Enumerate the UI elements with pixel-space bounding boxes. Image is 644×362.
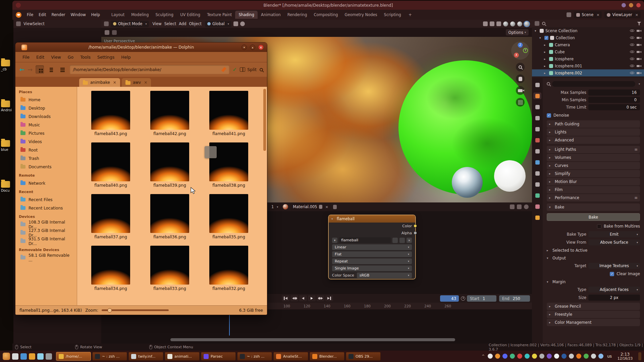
scene-selector[interactable]: Scene × [574, 11, 602, 18]
details-view-button[interactable] [58, 65, 67, 74]
open-image-folder-icon[interactable] [399, 238, 405, 243]
tool-options-icon[interactable] [112, 30, 117, 35]
denoise-checkbox[interactable] [547, 113, 551, 118]
image-browse-icon[interactable]: ▾ [332, 238, 337, 243]
editor-menu-item[interactable]: View [23, 21, 33, 26]
axis-z-handle[interactable]: Z [518, 43, 523, 48]
pin-icon[interactable] [333, 205, 337, 209]
unlink-viewlayer-icon[interactable]: × [635, 13, 638, 17]
panel-section-header[interactable]: ▸ Color Management [547, 319, 640, 326]
snap-node-icon[interactable] [510, 204, 515, 209]
viewport-menu-item[interactable]: Object [188, 21, 203, 26]
enum-dropdown[interactable]: Flat ▾ [332, 251, 412, 257]
editor-type-icon[interactable] [535, 21, 539, 26]
file-item[interactable]: flameball36.png [140, 193, 199, 244]
menubar-item[interactable]: Render [49, 11, 68, 18]
shading-solid-icon[interactable] [510, 21, 515, 26]
back-button[interactable]: ← [19, 66, 24, 73]
enum-dropdown[interactable]: Linear ▾ [332, 244, 412, 250]
window-menu-icon[interactable] [16, 3, 21, 8]
location-bar[interactable]: /home/amalie/Desktop/blender/animbake/ [70, 65, 229, 74]
folder-tab[interactable]: animbake × [79, 78, 120, 87]
enum-dropdown[interactable]: Single Image ▾ [332, 265, 412, 271]
viewport-menu-item[interactable]: Select [163, 21, 177, 26]
properties-tab-icon[interactable] [533, 93, 541, 99]
panel-section-header[interactable]: ▸ Freestyle [547, 311, 640, 318]
maximize-button[interactable] [629, 3, 633, 7]
bake-button[interactable]: Bake [547, 213, 640, 221]
camera-view-icon[interactable] [516, 86, 525, 95]
hide-eye-icon[interactable] [630, 64, 635, 68]
image-name-field[interactable]: flameball [339, 237, 391, 243]
unlink-material-icon[interactable]: × [325, 205, 328, 209]
pan-hand-icon[interactable] [516, 74, 525, 83]
device-item[interactable]: 931.5 GiB Internal Dr... [15, 237, 77, 245]
task-button[interactable]: OBS 29... [346, 352, 381, 361]
disable-render-icon[interactable] [636, 50, 641, 54]
hide-eye-icon[interactable] [630, 57, 635, 61]
task-button[interactable]: twily.inf... [128, 352, 163, 361]
panel-section-header[interactable]: ▸ Performance ≡ [547, 194, 640, 201]
close-tab-icon[interactable]: × [113, 80, 116, 85]
workspace-tab[interactable]: UV Editing [177, 11, 204, 19]
properties-tab-icon[interactable] [533, 104, 541, 110]
file-item[interactable]: flameball33.png [140, 244, 199, 296]
file-item[interactable]: flameball42.png [140, 89, 199, 141]
outliner-row[interactable]: ▸ ✓ Icosphere.001 [532, 62, 644, 69]
unlink-scene-icon[interactable]: × [596, 13, 599, 17]
properties-tab-icon[interactable] [533, 181, 541, 188]
panel-section-header[interactable]: ▸ Grease Pencil [547, 303, 640, 310]
file-view[interactable]: flameball43.png flameball42.png flamebal… [77, 87, 267, 305]
launcher-icon[interactable] [12, 353, 18, 360]
menubar-item[interactable]: View [48, 54, 64, 61]
outliner-row[interactable]: ▸ ✓ Icosphere [532, 55, 644, 62]
hide-eye-icon[interactable] [630, 71, 635, 75]
overlay-toggle-icon[interactable] [517, 204, 522, 209]
place-item[interactable]: Pictures [15, 129, 77, 137]
editor-type-icon[interactable] [104, 21, 109, 26]
launcher-icon[interactable] [37, 353, 44, 360]
margin-subpanel-header[interactable]: ▾ Margin [547, 278, 640, 285]
selected-to-active-header[interactable]: ▸ Selected to Active [547, 247, 640, 254]
outliner-row[interactable]: ▸ ✓ Cube [532, 48, 644, 55]
place-item[interactable]: Documents [15, 163, 77, 171]
workspace-tab[interactable]: Compositing [310, 11, 341, 19]
file-item[interactable]: flameball32.png [199, 244, 258, 296]
panel-section-header[interactable]: ▸ Lights [547, 128, 640, 136]
blender-logo-icon[interactable] [16, 12, 21, 18]
properties-tab-icon[interactable] [533, 203, 541, 210]
file-item[interactable]: flameball35.png [199, 193, 258, 244]
disable-render-icon[interactable] [636, 64, 641, 68]
outliner-item-label[interactable]: Icosphere.001 [555, 64, 582, 68]
panel-section-header[interactable]: ▸ Curves ≡ [547, 162, 640, 169]
device-item[interactable]: 58.1 GiB Removable ... [15, 253, 77, 262]
task-button[interactable]: Blender... [310, 352, 344, 361]
chrome-sphere-object[interactable] [452, 167, 483, 198]
launcher-icon[interactable] [29, 353, 35, 360]
tray-icon[interactable] [510, 354, 515, 359]
show-desktop-button[interactable] [638, 352, 641, 360]
panel-section-header[interactable]: ▸ Path Guiding [547, 120, 640, 128]
properties-tab-icon[interactable] [533, 115, 541, 121]
task-button[interactable]: AnalieSt... [273, 352, 308, 361]
hide-eye-icon[interactable] [630, 43, 635, 47]
dolphin-titlebar[interactable]: /home/amalie/Desktop/blender/animbake — … [15, 43, 267, 52]
show-gizmo-icon[interactable] [483, 21, 488, 26]
app-launcher-icon[interactable] [3, 353, 10, 360]
menubar-item[interactable]: Tools [77, 54, 94, 61]
workspace-tab[interactable]: Shading [235, 11, 258, 19]
section-menu-icon[interactable]: ≡ [634, 147, 638, 152]
search-icon[interactable] [260, 68, 263, 71]
disclosure-icon[interactable]: ▸ [544, 64, 547, 68]
bake-section-header[interactable]: ▾ Bake [547, 203, 640, 211]
icons-view-button[interactable] [36, 65, 44, 74]
hide-eye-icon[interactable] [630, 50, 635, 54]
material-preview-icon[interactable] [283, 204, 288, 209]
tray-icon[interactable] [576, 354, 581, 359]
overlays-icon[interactable] [490, 21, 494, 26]
property-value-field[interactable]: 0 sec [588, 104, 640, 110]
properties-tab-icon[interactable] [533, 159, 541, 166]
menubar-item[interactable]: Go [65, 54, 76, 61]
current-frame-field[interactable]: 43 [440, 295, 459, 302]
preview-toggle-icon[interactable] [524, 204, 529, 209]
